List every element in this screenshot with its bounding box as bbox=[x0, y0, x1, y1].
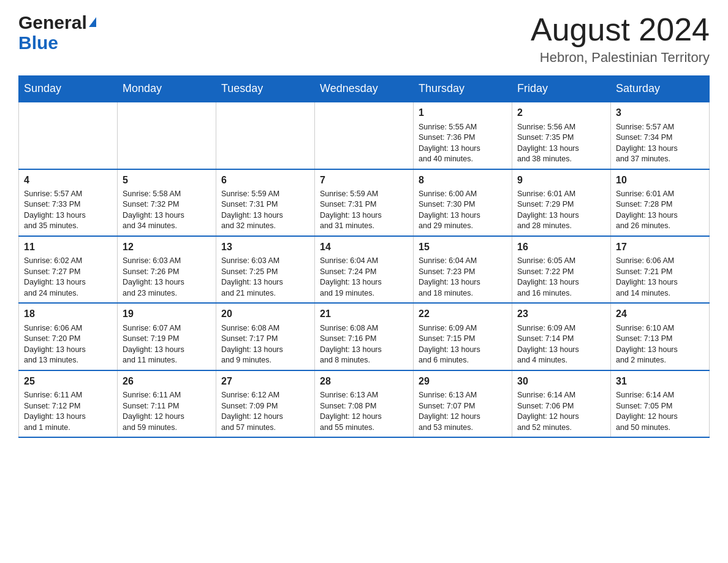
table-row: 7Sunrise: 5:59 AMSunset: 7:31 PMDaylight… bbox=[315, 169, 414, 236]
day-number: 6 bbox=[221, 174, 309, 187]
day-info: Sunrise: 6:09 AMSunset: 7:15 PMDaylight:… bbox=[419, 323, 507, 366]
day-info: Sunrise: 6:01 AMSunset: 7:29 PMDaylight:… bbox=[517, 189, 605, 232]
day-info: Sunrise: 6:05 AMSunset: 7:22 PMDaylight:… bbox=[517, 256, 605, 299]
day-number: 10 bbox=[616, 174, 704, 187]
day-info: Sunrise: 5:57 AMSunset: 7:33 PMDaylight:… bbox=[24, 189, 112, 232]
col-thursday: Thursday bbox=[414, 76, 512, 102]
table-row: 29Sunrise: 6:13 AMSunset: 7:07 PMDayligh… bbox=[414, 370, 512, 437]
table-row: 6Sunrise: 5:59 AMSunset: 7:31 PMDaylight… bbox=[216, 169, 315, 236]
day-info: Sunrise: 6:13 AMSunset: 7:07 PMDaylight:… bbox=[419, 390, 507, 433]
day-number: 12 bbox=[123, 240, 211, 254]
table-row: 28Sunrise: 6:13 AMSunset: 7:08 PMDayligh… bbox=[315, 370, 414, 437]
day-info: Sunrise: 5:56 AMSunset: 7:35 PMDaylight:… bbox=[517, 122, 605, 165]
table-row: 3Sunrise: 5:57 AMSunset: 7:34 PMDaylight… bbox=[611, 102, 710, 169]
day-number: 3 bbox=[616, 106, 704, 120]
table-row: 22Sunrise: 6:09 AMSunset: 7:15 PMDayligh… bbox=[414, 303, 512, 370]
day-info: Sunrise: 6:04 AMSunset: 7:24 PMDaylight:… bbox=[320, 256, 408, 299]
day-number: 31 bbox=[616, 375, 704, 388]
table-row: 19Sunrise: 6:07 AMSunset: 7:19 PMDayligh… bbox=[118, 303, 216, 370]
day-info: Sunrise: 6:01 AMSunset: 7:28 PMDaylight:… bbox=[616, 189, 704, 232]
table-row: 12Sunrise: 6:03 AMSunset: 7:26 PMDayligh… bbox=[118, 236, 216, 303]
day-info: Sunrise: 6:04 AMSunset: 7:23 PMDaylight:… bbox=[419, 256, 507, 299]
day-number: 16 bbox=[517, 240, 605, 254]
day-number: 18 bbox=[24, 307, 112, 321]
table-row bbox=[315, 102, 414, 169]
day-number: 21 bbox=[320, 307, 408, 321]
day-number: 15 bbox=[419, 240, 507, 254]
day-number: 23 bbox=[517, 307, 605, 321]
day-number: 25 bbox=[24, 375, 112, 388]
day-number: 14 bbox=[320, 240, 408, 254]
calendar-week-row: 18Sunrise: 6:06 AMSunset: 7:20 PMDayligh… bbox=[19, 303, 710, 370]
col-tuesday: Tuesday bbox=[216, 76, 315, 102]
table-row: 31Sunrise: 6:14 AMSunset: 7:05 PMDayligh… bbox=[611, 370, 710, 437]
table-row: 26Sunrise: 6:11 AMSunset: 7:11 PMDayligh… bbox=[118, 370, 216, 437]
day-number: 2 bbox=[517, 106, 605, 120]
table-row: 25Sunrise: 6:11 AMSunset: 7:12 PMDayligh… bbox=[19, 370, 118, 437]
table-row: 23Sunrise: 6:09 AMSunset: 7:14 PMDayligh… bbox=[512, 303, 611, 370]
day-info: Sunrise: 6:10 AMSunset: 7:13 PMDaylight:… bbox=[616, 323, 704, 366]
day-number: 13 bbox=[221, 240, 309, 254]
day-info: Sunrise: 6:11 AMSunset: 7:12 PMDaylight:… bbox=[24, 390, 112, 433]
day-info: Sunrise: 6:03 AMSunset: 7:25 PMDaylight:… bbox=[221, 256, 309, 299]
day-info: Sunrise: 6:14 AMSunset: 7:05 PMDaylight:… bbox=[616, 390, 704, 433]
table-row bbox=[216, 102, 315, 169]
day-number: 22 bbox=[419, 307, 507, 321]
calendar-week-row: 25Sunrise: 6:11 AMSunset: 7:12 PMDayligh… bbox=[19, 370, 710, 437]
table-row: 9Sunrise: 6:01 AMSunset: 7:29 PMDaylight… bbox=[512, 169, 611, 236]
col-monday: Monday bbox=[118, 76, 216, 102]
day-info: Sunrise: 6:00 AMSunset: 7:30 PMDaylight:… bbox=[419, 189, 507, 232]
logo-general-text: General bbox=[18, 12, 87, 33]
day-number: 29 bbox=[419, 375, 507, 388]
table-row: 20Sunrise: 6:08 AMSunset: 7:17 PMDayligh… bbox=[216, 303, 315, 370]
day-info: Sunrise: 5:59 AMSunset: 7:31 PMDaylight:… bbox=[221, 189, 309, 232]
table-row: 13Sunrise: 6:03 AMSunset: 7:25 PMDayligh… bbox=[216, 236, 315, 303]
day-number: 1 bbox=[419, 106, 507, 120]
table-row: 1Sunrise: 5:55 AMSunset: 7:36 PMDaylight… bbox=[414, 102, 512, 169]
table-row: 5Sunrise: 5:58 AMSunset: 7:32 PMDaylight… bbox=[118, 169, 216, 236]
logo-triangle-icon bbox=[89, 17, 96, 27]
calendar-week-row: 11Sunrise: 6:02 AMSunset: 7:27 PMDayligh… bbox=[19, 236, 710, 303]
calendar-week-row: 4Sunrise: 5:57 AMSunset: 7:33 PMDaylight… bbox=[19, 169, 710, 236]
day-number: 7 bbox=[320, 174, 408, 187]
table-row: 4Sunrise: 5:57 AMSunset: 7:33 PMDaylight… bbox=[19, 169, 118, 236]
day-number: 28 bbox=[320, 375, 408, 388]
day-number: 30 bbox=[517, 375, 605, 388]
table-row: 16Sunrise: 6:05 AMSunset: 7:22 PMDayligh… bbox=[512, 236, 611, 303]
day-number: 8 bbox=[419, 174, 507, 187]
title-section: August 2024 Hebron, Palestinian Territor… bbox=[531, 12, 710, 66]
table-row: 10Sunrise: 6:01 AMSunset: 7:28 PMDayligh… bbox=[611, 169, 710, 236]
day-info: Sunrise: 6:08 AMSunset: 7:16 PMDaylight:… bbox=[320, 323, 408, 366]
day-number: 26 bbox=[123, 375, 211, 388]
table-row bbox=[118, 102, 216, 169]
day-info: Sunrise: 6:13 AMSunset: 7:08 PMDaylight:… bbox=[320, 390, 408, 433]
day-info: Sunrise: 6:11 AMSunset: 7:11 PMDaylight:… bbox=[123, 390, 211, 433]
col-saturday: Saturday bbox=[611, 76, 710, 102]
calendar-header-row: Sunday Monday Tuesday Wednesday Thursday… bbox=[19, 76, 710, 102]
table-row: 11Sunrise: 6:02 AMSunset: 7:27 PMDayligh… bbox=[19, 236, 118, 303]
day-info: Sunrise: 6:12 AMSunset: 7:09 PMDaylight:… bbox=[221, 390, 309, 433]
day-info: Sunrise: 6:07 AMSunset: 7:19 PMDaylight:… bbox=[123, 323, 211, 366]
calendar-table: Sunday Monday Tuesday Wednesday Thursday… bbox=[18, 75, 710, 438]
location-label: Hebron, Palestinian Territory bbox=[531, 50, 710, 66]
table-row bbox=[19, 102, 118, 169]
day-info: Sunrise: 6:06 AMSunset: 7:20 PMDaylight:… bbox=[24, 323, 112, 366]
day-number: 9 bbox=[517, 174, 605, 187]
day-info: Sunrise: 5:55 AMSunset: 7:36 PMDaylight:… bbox=[419, 122, 507, 165]
day-number: 17 bbox=[616, 240, 704, 254]
table-row: 21Sunrise: 6:08 AMSunset: 7:16 PMDayligh… bbox=[315, 303, 414, 370]
day-number: 20 bbox=[221, 307, 309, 321]
day-info: Sunrise: 6:08 AMSunset: 7:17 PMDaylight:… bbox=[221, 323, 309, 366]
day-info: Sunrise: 6:14 AMSunset: 7:06 PMDaylight:… bbox=[517, 390, 605, 433]
day-info: Sunrise: 5:59 AMSunset: 7:31 PMDaylight:… bbox=[320, 189, 408, 232]
day-number: 27 bbox=[221, 375, 309, 388]
day-number: 5 bbox=[123, 174, 211, 187]
month-title: August 2024 bbox=[531, 12, 710, 47]
day-info: Sunrise: 5:58 AMSunset: 7:32 PMDaylight:… bbox=[123, 189, 211, 232]
table-row: 27Sunrise: 6:12 AMSunset: 7:09 PMDayligh… bbox=[216, 370, 315, 437]
day-info: Sunrise: 5:57 AMSunset: 7:34 PMDaylight:… bbox=[616, 122, 704, 165]
day-info: Sunrise: 6:09 AMSunset: 7:14 PMDaylight:… bbox=[517, 323, 605, 366]
table-row: 2Sunrise: 5:56 AMSunset: 7:35 PMDaylight… bbox=[512, 102, 611, 169]
day-info: Sunrise: 6:02 AMSunset: 7:27 PMDaylight:… bbox=[24, 256, 112, 299]
day-info: Sunrise: 6:06 AMSunset: 7:21 PMDaylight:… bbox=[616, 256, 704, 299]
